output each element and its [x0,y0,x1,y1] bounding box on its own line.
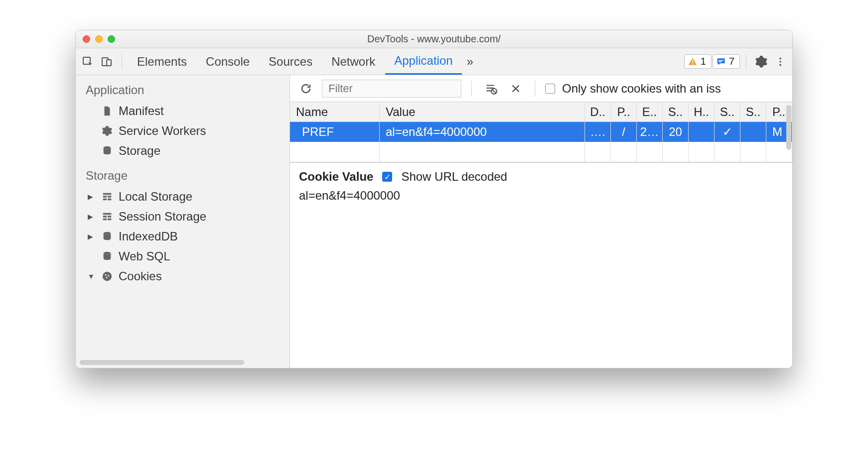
only-issues-checkbox[interactable] [545,84,555,94]
col-secure[interactable]: S.. [715,102,740,122]
cookie-value-text: al=en&f4=4000000 [299,189,783,203]
col-samesite[interactable]: S.. [740,102,766,122]
svg-point-13 [103,272,112,281]
svg-point-7 [779,57,781,59]
tab-label: Elements [137,55,187,69]
chevron-right-icon: ▶ [88,232,93,240]
cell-domain: …. [585,122,611,142]
sidebar-item-local-storage[interactable]: ▶ Local Storage [76,187,289,207]
svg-rect-5 [719,60,723,61]
sidebar-item-websql[interactable]: Web SQL [76,246,289,266]
tab-sources[interactable]: Sources [260,48,321,75]
sidebar-item-label: Manifest [119,104,164,118]
more-vert-icon [775,56,786,67]
close-icon [510,83,521,94]
sidebar-item-cookies[interactable]: ▼ Cookies [76,266,289,286]
tab-console[interactable]: Console [197,48,259,75]
tab-label: Console [206,55,250,69]
clear-all-button[interactable] [482,80,500,98]
col-name[interactable]: Name [290,102,380,122]
window-controls [83,35,115,43]
window-title: DevTools - www.youtube.com/ [76,33,792,45]
sidebar-item-indexeddb[interactable]: ▶ IndexedDB [76,227,289,246]
col-httponly[interactable]: H.. [689,102,715,122]
sidebar-horizontal-scrollbar[interactable] [80,360,244,365]
cell-secure: ✓ [715,122,740,142]
sidebar-item-label: Local Storage [119,190,192,204]
section-storage: Storage [76,161,289,187]
col-value[interactable]: Value [380,102,585,122]
svg-rect-3 [692,60,693,62]
inspect-element-button[interactable] [79,53,97,71]
kebab-menu-button[interactable] [771,53,789,71]
svg-point-14 [105,274,107,276]
cell-httponly [689,122,715,142]
url-decoded-checkbox[interactable]: ✓ [382,172,392,182]
messages-badge[interactable]: 7 [713,54,740,69]
chevron-right-icon: ▶ [88,213,93,221]
filter-input[interactable] [322,80,461,98]
warnings-badge[interactable]: 1 [684,54,712,69]
close-window-button[interactable] [83,35,90,43]
warn-count: 1 [701,56,706,67]
devtools-window: DevTools - www.youtube.com/ Elements Con… [75,30,793,368]
tab-label: Network [331,55,375,69]
sidebar-item-label: IndexedDB [119,230,178,243]
table-header-row: Name Value D.. P.. E.. S.. H.. S.. S.. P… [290,102,792,122]
cell-value: al=en&f4=4000000 [380,122,585,142]
refresh-button[interactable] [297,80,315,98]
tab-label: Sources [269,55,312,69]
col-expires[interactable]: E.. [637,102,663,122]
table-row[interactable]: PREF al=en&f4=4000000 …. / 2… 20 ✓ M [290,122,792,142]
device-toolbar-button[interactable] [98,53,116,71]
svg-point-12 [104,252,111,255]
cell-size: 20 [663,122,689,142]
col-size[interactable]: S.. [663,102,689,122]
more-tabs-button[interactable]: » [463,48,477,75]
sidebar-item-label: Web SQL [119,249,170,263]
svg-rect-4 [692,63,693,64]
warning-icon [688,57,698,67]
svg-point-16 [106,277,108,278]
svg-point-8 [779,61,781,63]
file-icon [102,106,113,116]
section-application: Application [76,75,289,101]
separator [471,81,472,97]
table-icon [102,211,113,222]
tab-network[interactable]: Network [322,48,384,75]
svg-point-9 [779,64,781,66]
clear-list-icon [484,82,497,95]
sidebar-item-service-workers[interactable]: Service Workers [76,121,289,141]
tab-application[interactable]: Application [385,48,461,75]
cookies-toolbar: Only show cookies with an iss [290,75,792,102]
sidebar-item-storage-summary[interactable]: Storage [76,141,289,161]
sidebar-item-session-storage[interactable]: ▶ Session Storage [76,207,289,227]
gear-icon [102,125,113,136]
svg-point-15 [108,275,109,277]
titlebar: DevTools - www.youtube.com/ [76,30,792,48]
fullscreen-window-button[interactable] [108,35,115,43]
separator [535,81,535,97]
url-decoded-label: Show URL decoded [401,170,507,184]
col-domain[interactable]: D.. [585,102,611,122]
delete-selected-button[interactable] [507,80,525,98]
tab-elements[interactable]: Elements [128,48,196,75]
sidebar-item-label: Session Storage [119,210,206,224]
tab-label: Application [394,54,452,68]
col-path[interactable]: P.. [611,102,637,122]
cell-path: / [611,122,637,142]
database-icon [102,231,113,242]
minimize-window-button[interactable] [95,35,103,43]
sidebar-item-label: Storage [119,144,160,158]
settings-button[interactable] [752,53,770,71]
cell-name: PREF [290,122,380,142]
message-icon [716,57,726,67]
svg-point-10 [104,146,111,149]
panel-body: Application Manifest Service Workers Sto… [76,75,792,368]
more-glyph: » [467,55,473,69]
database-icon [102,145,113,156]
sidebar-item-manifest[interactable]: Manifest [76,101,289,121]
main-vertical-scrollbar[interactable] [786,105,791,150]
chevron-right-icon: ▶ [88,193,93,201]
cookie-icon [102,271,113,282]
